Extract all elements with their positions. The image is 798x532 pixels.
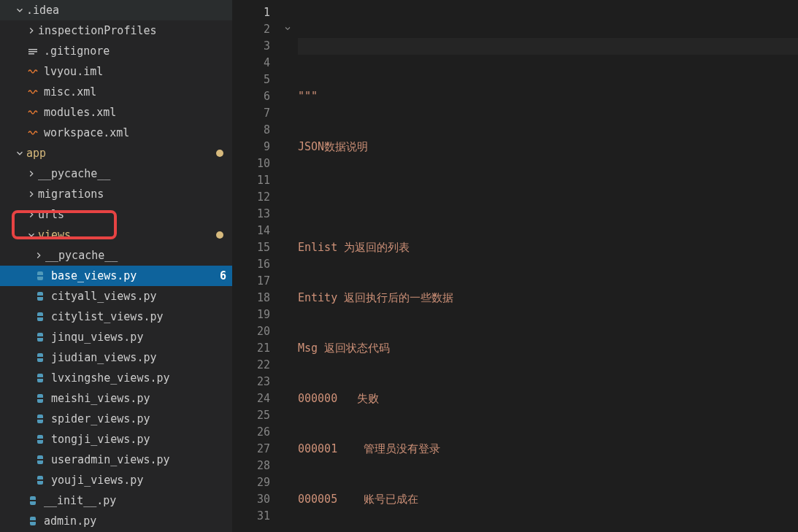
code-editor[interactable]: 12345678910 11121314151617181920 2122232… <box>232 0 798 532</box>
file-label: lvxingshe_views.py <box>51 371 226 385</box>
code-text: 000005 账号已成在 <box>298 493 418 506</box>
xml-icon <box>26 85 39 99</box>
folder-label: app <box>26 147 216 160</box>
python-icon <box>34 310 47 323</box>
file-label: lvyou.iml <box>44 65 226 78</box>
folder-urls[interactable]: urls <box>0 204 232 225</box>
file-explorer[interactable]: .idea inspectionProfiles .gitignore lvyo… <box>0 0 232 532</box>
file-gitignore[interactable]: .gitignore <box>0 41 232 61</box>
chevron-right-icon <box>26 169 37 179</box>
xml-icon <box>26 126 39 139</box>
file-tongji-views[interactable]: tongji_views.py <box>0 429 232 450</box>
file-label: cityall_views.py <box>51 290 226 303</box>
folder-views[interactable]: views <box>0 225 232 245</box>
folder-label: inspectionProfiles <box>38 24 226 37</box>
file-cityall-views[interactable]: cityall_views.py <box>0 286 232 307</box>
python-icon <box>34 371 47 385</box>
svg-rect-1 <box>28 51 37 53</box>
file-workspace-xml[interactable]: workspace.xml <box>0 123 232 143</box>
file-label: jinqu_views.py <box>51 331 226 344</box>
folder-app[interactable]: app <box>0 143 232 163</box>
file-label: admin.py <box>44 514 226 528</box>
code-text: Entity 返回执行后的一些数据 <box>298 291 453 304</box>
folder-pycache-app[interactable]: __pycache__ <box>0 163 232 184</box>
folder-label: urls <box>38 208 226 221</box>
svg-rect-2 <box>28 53 34 55</box>
gitignore-icon <box>26 45 39 58</box>
file-useradmin-views[interactable]: useradmin_views.py <box>0 450 232 470</box>
file-jinqu-views[interactable]: jinqu_views.py <box>0 327 232 347</box>
code-text: 000001 管理员没有登录 <box>298 442 440 455</box>
fold-gutter[interactable] <box>283 0 298 532</box>
code-text: """ <box>298 90 318 103</box>
code-content[interactable]: """ JSON数据说明 Enlist 为返回的列表 Entity 返回执行后的… <box>298 0 798 532</box>
file-label: modules.xml <box>44 106 226 119</box>
python-icon <box>34 433 47 446</box>
chevron-right-icon <box>26 189 37 199</box>
python-icon <box>34 412 47 425</box>
line-number-gutter: 12345678910 11121314151617181920 2122232… <box>232 0 283 532</box>
python-icon <box>34 474 47 487</box>
python-icon <box>34 290 47 303</box>
file-label: useradmin_views.py <box>51 453 226 466</box>
folder-inspection-profiles[interactable]: inspectionProfiles <box>0 20 232 41</box>
folder-label: views <box>38 228 216 242</box>
python-icon <box>34 392 47 405</box>
file-label: youji_views.py <box>51 474 226 487</box>
file-label: jiudian_views.py <box>51 351 226 364</box>
folder-label: __pycache__ <box>38 167 226 180</box>
file-label: .gitignore <box>44 45 226 58</box>
iml-icon <box>26 65 39 78</box>
chevron-right-icon <box>26 209 37 220</box>
folder-label: .idea <box>26 4 226 17</box>
chevron-down-icon <box>15 148 25 158</box>
file-citylist-views[interactable]: citylist_views.py <box>0 307 232 327</box>
file-jiudian-views[interactable]: jiudian_views.py <box>0 347 232 368</box>
python-icon <box>26 494 39 507</box>
modified-dot-icon <box>216 231 223 239</box>
file-label: spider_views.py <box>51 412 226 425</box>
file-label: tongji_views.py <box>51 433 226 446</box>
chevron-down-icon <box>15 5 25 15</box>
folder-pycache-views[interactable]: __pycache__ <box>0 245 232 266</box>
xml-icon <box>26 106 39 119</box>
chevron-right-icon <box>34 250 44 261</box>
file-admin-py[interactable]: admin.py <box>0 511 232 531</box>
folder-migrations[interactable]: migrations <box>0 184 232 204</box>
python-icon <box>34 453 47 466</box>
python-icon <box>34 351 47 364</box>
code-text: 000000 失败 <box>298 392 379 405</box>
file-label: base_views.py <box>51 269 220 282</box>
folder-idea[interactable]: .idea <box>0 0 232 20</box>
file-label: workspace.xml <box>44 126 226 139</box>
code-text: JSON数据说明 <box>298 140 368 153</box>
file-spider-views[interactable]: spider_views.py <box>0 409 232 429</box>
chevron-down-icon[interactable] <box>283 21 292 38</box>
file-misc-xml[interactable]: misc.xml <box>0 82 232 102</box>
file-label: __init__.py <box>44 494 226 507</box>
file-youji-views[interactable]: youji_views.py <box>0 470 232 490</box>
code-text: Enlist 为返回的列表 <box>298 241 410 254</box>
chevron-right-icon <box>26 26 37 36</box>
python-icon <box>34 269 47 282</box>
file-lvyou-iml[interactable]: lvyou.iml <box>0 61 232 82</box>
file-label: meishi_views.py <box>51 392 226 405</box>
file-base-views[interactable]: base_views.py 6 <box>0 266 232 286</box>
file-modules-xml[interactable]: modules.xml <box>0 102 232 123</box>
svg-rect-0 <box>28 49 37 50</box>
modified-dot-icon <box>216 150 223 157</box>
file-init-py[interactable]: __init__.py <box>0 490 232 511</box>
python-icon <box>34 331 47 344</box>
folder-label: migrations <box>38 188 226 201</box>
chevron-down-icon <box>26 230 37 240</box>
python-icon <box>26 514 39 528</box>
problems-badge: 6 <box>220 269 226 282</box>
file-meishi-views[interactable]: meishi_views.py <box>0 388 232 409</box>
file-label: citylist_views.py <box>51 310 226 323</box>
folder-label: __pycache__ <box>45 249 226 262</box>
file-lvxingshe-views[interactable]: lvxingshe_views.py <box>0 368 232 388</box>
code-text: Msg 返回状态代码 <box>298 342 390 355</box>
file-label: misc.xml <box>44 85 226 99</box>
